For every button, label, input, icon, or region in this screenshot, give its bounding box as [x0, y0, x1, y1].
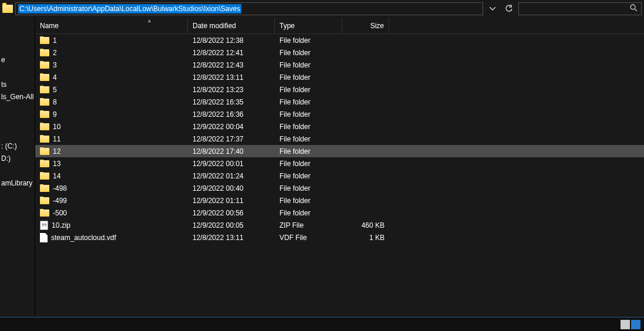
- column-header-size[interactable]: Size: [342, 18, 389, 33]
- nav-item[interactable]: amLibrary: [0, 177, 35, 189]
- file-name-cell: 11: [35, 135, 188, 143]
- file-row[interactable]: steam_autocloud.vdf12/8/2022 13:11VDF Fi…: [35, 231, 644, 244]
- file-name-cell: 8: [35, 98, 188, 106]
- column-header-date[interactable]: Date modified: [188, 18, 275, 33]
- column-header-type[interactable]: Type: [275, 18, 342, 33]
- file-name-label: 2: [53, 49, 57, 57]
- file-type-cell: ZIP File: [275, 221, 342, 229]
- nav-item[interactable]: ts: [0, 78, 35, 90]
- history-dropdown-button[interactable]: [485, 2, 500, 15]
- file-row[interactable]: 1212/8/2022 17:40File folder: [35, 145, 644, 157]
- file-name-cell: 10: [35, 123, 188, 131]
- nav-item[interactable]: [0, 164, 35, 177]
- file-row[interactable]: 1012/9/2022 00:04File folder: [35, 120, 644, 133]
- file-name-label: 8: [53, 98, 57, 106]
- nav-item[interactable]: e: [0, 53, 35, 66]
- file-name-label: 13: [53, 160, 60, 168]
- file-content-pane: Name ▲ Date modified Type Size 112/8/202…: [35, 18, 644, 317]
- column-header-size-label: Size: [370, 22, 384, 30]
- tray-icon[interactable]: [621, 320, 630, 329]
- file-name-label: 11: [53, 135, 60, 143]
- file-date-cell: 12/9/2022 00:01: [188, 160, 275, 168]
- file-row[interactable]: -50012/9/2022 00:56File folder: [35, 207, 644, 219]
- zip-icon: ??: [40, 221, 48, 230]
- file-row[interactable]: ??10.zip12/9/2022 00:05ZIP File460 KB: [35, 219, 644, 231]
- file-name-cell: 9: [35, 110, 188, 119]
- search-box[interactable]: [518, 2, 642, 15]
- column-header-name[interactable]: Name: [35, 18, 188, 33]
- search-input[interactable]: [522, 5, 630, 13]
- file-row[interactable]: 412/8/2022 13:11File folder: [35, 71, 644, 83]
- file-type-cell: File folder: [275, 123, 342, 131]
- tray-icon[interactable]: [631, 320, 640, 329]
- file-row[interactable]: 1312/9/2022 00:01File folder: [35, 157, 644, 170]
- file-type-cell: File folder: [275, 172, 342, 180]
- file-name-cell: 5: [35, 86, 188, 94]
- file-row[interactable]: 212/8/2022 12:41File folder: [35, 46, 644, 59]
- file-name-label: -499: [53, 197, 67, 205]
- file-name-label: 3: [53, 61, 57, 69]
- file-type-cell: File folder: [275, 184, 342, 192]
- folder-icon: [40, 148, 49, 155]
- file-type-cell: File folder: [275, 110, 342, 119]
- refresh-button[interactable]: [502, 2, 516, 15]
- file-name-label: -500: [53, 209, 67, 217]
- file-date-cell: 12/9/2022 00:04: [188, 123, 275, 131]
- main-area: etsls_Gen-All: (C:)D:)amLibrary Name ▲ D…: [0, 18, 644, 317]
- file-row[interactable]: -49812/9/2022 00:40File folder: [35, 182, 644, 194]
- file-name-label: 9: [53, 110, 57, 119]
- file-name-cell: -500: [35, 209, 188, 217]
- folder-icon: [40, 160, 49, 167]
- file-name-cell: 2: [35, 49, 188, 57]
- file-name-label: 5: [53, 86, 57, 94]
- file-date-cell: 12/8/2022 12:43: [188, 61, 275, 69]
- folder-icon: [40, 136, 49, 143]
- file-date-cell: 12/8/2022 13:11: [188, 73, 275, 82]
- nav-item[interactable]: ls_Gen-All: [0, 90, 35, 103]
- file-name-cell: 3: [35, 61, 188, 69]
- file-row[interactable]: -49912/9/2022 01:11File folder: [35, 194, 644, 207]
- folder-icon: [40, 74, 49, 81]
- file-name-label: 12: [53, 147, 60, 156]
- file-type-cell: File folder: [275, 49, 342, 57]
- nav-item[interactable]: [0, 127, 35, 140]
- file-row[interactable]: 1412/9/2022 01:24File folder: [35, 170, 644, 182]
- folder-icon: [40, 37, 49, 44]
- search-icon: [630, 4, 638, 13]
- file-name-label: 10.zip: [52, 221, 70, 229]
- file-date-cell: 12/8/2022 13:23: [188, 86, 275, 94]
- file-name-label: 14: [53, 172, 60, 180]
- file-row[interactable]: 812/8/2022 16:35File folder: [35, 96, 644, 108]
- file-row[interactable]: 512/8/2022 13:23File folder: [35, 83, 644, 96]
- file-size-cell: 1 KB: [342, 234, 389, 242]
- file-type-cell: File folder: [275, 86, 342, 94]
- navigation-pane[interactable]: etsls_Gen-All: (C:)D:)amLibrary: [0, 18, 35, 317]
- column-header-date-label: Date modified: [193, 22, 236, 30]
- taskbar[interactable]: [0, 317, 644, 331]
- address-path[interactable]: C:\Users\Administrator\AppData\LocalLow\…: [18, 4, 241, 13]
- nav-item[interactable]: [0, 115, 35, 127]
- nav-item[interactable]: : (C:): [0, 140, 35, 152]
- nav-item[interactable]: [0, 66, 35, 78]
- address-bar[interactable]: C:\Users\Administrator\AppData\LocalLow\…: [15, 2, 483, 15]
- file-date-cell: 12/9/2022 01:11: [188, 197, 275, 205]
- nav-item[interactable]: D:): [0, 152, 35, 164]
- file-type-cell: File folder: [275, 135, 342, 143]
- file-date-cell: 12/9/2022 00:40: [188, 184, 275, 192]
- file-date-cell: 12/9/2022 01:24: [188, 172, 275, 180]
- file-row[interactable]: 112/8/2022 12:38File folder: [35, 34, 644, 46]
- file-type-cell: File folder: [275, 36, 342, 45]
- file-list[interactable]: 112/8/2022 12:38File folder212/8/2022 12…: [35, 34, 644, 244]
- folder-icon: [40, 197, 49, 204]
- file-date-cell: 12/8/2022 12:38: [188, 36, 275, 45]
- nav-item[interactable]: [0, 103, 35, 115]
- file-row[interactable]: 1112/8/2022 17:37File folder: [35, 133, 644, 145]
- column-header-type-label: Type: [279, 22, 295, 30]
- svg-point-0: [630, 5, 635, 9]
- file-row[interactable]: 312/8/2022 12:43File folder: [35, 59, 644, 71]
- file-row[interactable]: 912/8/2022 16:36File folder: [35, 108, 644, 120]
- file-name-cell: -499: [35, 197, 188, 205]
- column-header-name-label: Name: [40, 22, 59, 30]
- nav-item[interactable]: [0, 41, 35, 53]
- file-size-cell: 460 KB: [342, 221, 389, 229]
